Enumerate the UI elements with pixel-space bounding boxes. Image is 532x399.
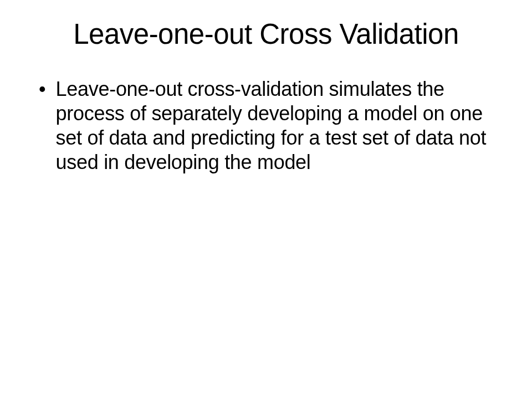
bullet-marker-icon: •: [39, 77, 46, 101]
bullet-item: • Leave-one-out cross-validation simulat…: [39, 77, 510, 175]
bullet-text: Leave-one-out cross-validation simulates…: [56, 77, 510, 175]
slide-title: Leave-one-out Cross Validation: [22, 18, 510, 50]
slide-container: Leave-one-out Cross Validation • Leave-o…: [0, 0, 532, 399]
slide-content: • Leave-one-out cross-validation simulat…: [22, 77, 510, 175]
